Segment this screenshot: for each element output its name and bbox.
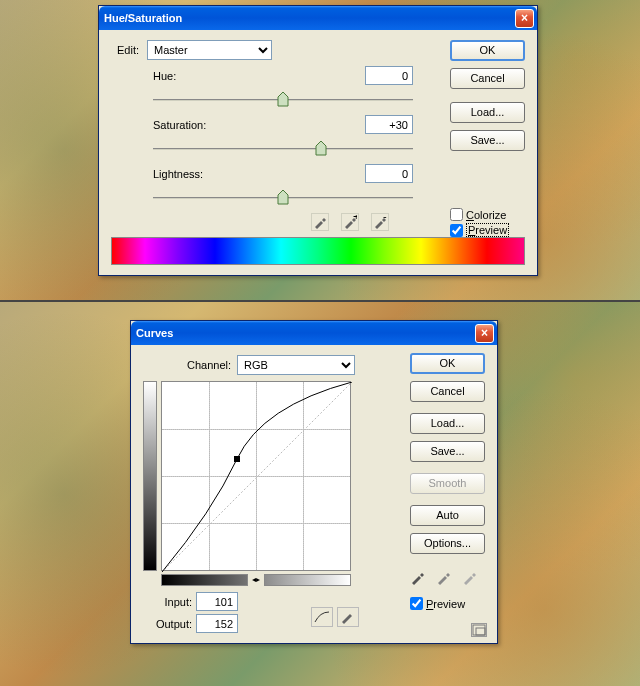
save-button[interactable]: Save... bbox=[450, 130, 525, 151]
curve-pencil-mode-icon[interactable] bbox=[337, 607, 359, 627]
curve-path bbox=[162, 382, 352, 572]
svg-text:+: + bbox=[353, 215, 357, 222]
channel-select[interactable]: RGB bbox=[237, 355, 355, 375]
titlebar[interactable]: Curves × bbox=[131, 321, 497, 345]
channel-label: Channel: bbox=[187, 359, 231, 371]
lightness-input[interactable] bbox=[365, 164, 413, 183]
preview-label[interactable]: Preview bbox=[426, 598, 465, 610]
eyedropper-plus-icon[interactable]: + bbox=[341, 213, 359, 231]
lightness-label: Lightness: bbox=[153, 168, 365, 180]
cancel-button[interactable]: Cancel bbox=[410, 381, 485, 402]
gray-point-eyedropper-icon[interactable] bbox=[436, 569, 452, 587]
colorize-label[interactable]: Colorize bbox=[466, 209, 506, 221]
white-point-eyedropper-icon[interactable] bbox=[462, 569, 478, 587]
colorize-checkbox[interactable] bbox=[450, 208, 463, 221]
horizontal-gradient[interactable]: ◂▸ bbox=[161, 574, 351, 586]
black-point-eyedropper-icon[interactable] bbox=[410, 569, 426, 587]
saturation-label: Saturation: bbox=[153, 119, 365, 131]
options-button[interactable]: Options... bbox=[410, 533, 485, 554]
load-button[interactable]: Load... bbox=[410, 413, 485, 434]
svg-text:-: - bbox=[383, 215, 387, 222]
preview-checkbox[interactable] bbox=[410, 597, 423, 610]
curve-control-point[interactable] bbox=[234, 456, 240, 462]
close-icon[interactable]: × bbox=[515, 9, 534, 28]
svg-rect-4 bbox=[476, 628, 485, 635]
save-button[interactable]: Save... bbox=[410, 441, 485, 462]
hue-input[interactable] bbox=[365, 66, 413, 85]
input-label: Input: bbox=[147, 596, 192, 608]
input-field[interactable] bbox=[196, 592, 238, 611]
preview-checkbox[interactable] bbox=[450, 224, 463, 237]
load-button[interactable]: Load... bbox=[450, 102, 525, 123]
vertical-gradient bbox=[143, 381, 157, 571]
curve-point-mode-icon[interactable] bbox=[311, 607, 333, 627]
svg-rect-3 bbox=[473, 625, 485, 635]
ok-button[interactable]: OK bbox=[410, 353, 485, 374]
hue-slider[interactable] bbox=[153, 91, 413, 109]
smooth-button: Smooth bbox=[410, 473, 485, 494]
close-icon[interactable]: × bbox=[475, 324, 494, 343]
dialog-title: Hue/Saturation bbox=[104, 12, 515, 24]
hue-label: Hue: bbox=[153, 70, 365, 82]
ok-button[interactable]: OK bbox=[450, 40, 525, 61]
gradient-arrows-icon[interactable]: ◂▸ bbox=[247, 574, 265, 586]
color-spectrum[interactable] bbox=[111, 237, 525, 265]
eyedropper-icon[interactable] bbox=[311, 213, 329, 231]
output-field[interactable] bbox=[196, 614, 238, 633]
curves-dialog: Curves × Channel: RGB bbox=[130, 320, 498, 644]
saturation-input[interactable] bbox=[365, 115, 413, 134]
output-label: Output: bbox=[147, 618, 192, 630]
eyedropper-minus-icon[interactable]: - bbox=[371, 213, 389, 231]
edit-label: Edit: bbox=[117, 44, 147, 56]
lightness-slider[interactable] bbox=[153, 189, 413, 207]
preview-label[interactable]: Preview bbox=[466, 223, 509, 237]
edit-select[interactable]: Master bbox=[147, 40, 272, 60]
curves-grid[interactable] bbox=[161, 381, 351, 571]
titlebar[interactable]: Hue/Saturation × bbox=[99, 6, 537, 30]
auto-button[interactable]: Auto bbox=[410, 505, 485, 526]
dialog-title: Curves bbox=[136, 327, 475, 339]
resize-grip-icon[interactable] bbox=[471, 623, 487, 637]
hue-saturation-dialog: Hue/Saturation × Edit: Master Hue: Satur… bbox=[98, 5, 538, 276]
saturation-slider[interactable] bbox=[153, 140, 413, 158]
cancel-button[interactable]: Cancel bbox=[450, 68, 525, 89]
